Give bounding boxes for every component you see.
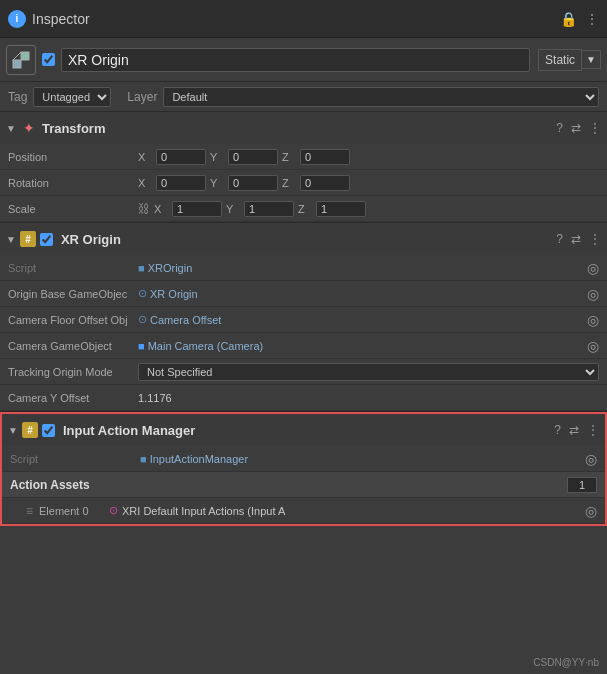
iam-more-icon[interactable]: ⋮ bbox=[587, 423, 599, 437]
transform-actions: ? ⇄ ⋮ bbox=[556, 121, 601, 135]
tracking-mode-label: Tracking Origin Mode bbox=[8, 366, 138, 378]
tag-layer-row: Tag Untagged Layer Default bbox=[0, 82, 607, 112]
camera-floor-row: Camera Floor Offset Obj ⊙ Camera Offset … bbox=[0, 307, 607, 333]
title-actions: 🔒 ⋮ bbox=[560, 11, 599, 27]
svg-rect-1 bbox=[21, 52, 29, 60]
static-button[interactable]: Static bbox=[538, 49, 582, 71]
tag-select[interactable]: Untagged bbox=[33, 87, 111, 107]
element-0-icon: ⊙ bbox=[109, 504, 118, 517]
object-active-checkbox[interactable] bbox=[42, 53, 55, 66]
element-0-row: ≡ Element 0 ⊙ XRI Default Input Actions … bbox=[2, 498, 605, 524]
camera-gameobject-row: Camera GameObject ■ Main Camera (Camera)… bbox=[0, 333, 607, 359]
layer-select[interactable]: Default bbox=[163, 87, 599, 107]
transform-settings-icon[interactable]: ⇄ bbox=[571, 121, 581, 135]
iam-title: Input Action Manager bbox=[63, 423, 554, 438]
input-action-manager-component: ▼ # Input Action Manager ? ⇄ ⋮ Script ■ … bbox=[0, 412, 607, 526]
scale-row: Scale ⛓ X Y Z bbox=[0, 196, 607, 222]
camera-yoffset-value: 1.1176 bbox=[138, 392, 599, 404]
iam-script-icon: ■ bbox=[140, 453, 147, 465]
xrorigin-script-value: XROrigin bbox=[148, 262, 193, 274]
more-icon[interactable]: ⋮ bbox=[585, 11, 599, 27]
iam-checkbox[interactable] bbox=[42, 424, 55, 437]
position-y[interactable] bbox=[228, 149, 278, 165]
script-file-icon: ■ bbox=[138, 262, 145, 274]
position-z[interactable] bbox=[300, 149, 350, 165]
static-dropdown[interactable]: ▼ bbox=[582, 50, 601, 69]
origin-base-target[interactable]: ◎ bbox=[587, 286, 599, 302]
object-name-input[interactable] bbox=[61, 48, 530, 72]
iam-actions: ? ⇄ ⋮ bbox=[554, 423, 599, 437]
tracking-mode-row: Tracking Origin Mode Not Specified bbox=[0, 359, 607, 385]
tracking-mode-select[interactable]: Not Specified bbox=[138, 363, 599, 381]
iam-icon: # bbox=[22, 422, 38, 438]
camera-gameobject-icon: ■ bbox=[138, 340, 145, 352]
transform-header[interactable]: ▼ ✦ Transform ? ⇄ ⋮ bbox=[0, 112, 607, 144]
lock-icon[interactable]: 🔒 bbox=[560, 11, 577, 27]
object-header: Static ▼ bbox=[0, 38, 607, 82]
svg-rect-0 bbox=[13, 60, 21, 68]
iam-settings-icon[interactable]: ⇄ bbox=[569, 423, 579, 437]
object-type-icon bbox=[6, 45, 36, 75]
xr-origin-help-icon[interactable]: ? bbox=[556, 232, 563, 246]
iam-help-icon[interactable]: ? bbox=[554, 423, 561, 437]
element-0-value: ⊙ XRI Default Input Actions (Input A bbox=[109, 504, 585, 517]
camera-yoffset-row: Camera Y Offset 1.1176 bbox=[0, 385, 607, 411]
xr-origin-more-icon[interactable]: ⋮ bbox=[589, 232, 601, 246]
camera-floor-ref: ⊙ Camera Offset bbox=[138, 313, 587, 326]
scale-link-icon: ⛓ bbox=[138, 202, 150, 216]
iam-script-label: Script bbox=[10, 453, 140, 465]
transform-title: Transform bbox=[42, 121, 556, 136]
transform-help-icon[interactable]: ? bbox=[556, 121, 563, 135]
origin-base-label: Origin Base GameObjec bbox=[8, 288, 138, 300]
origin-base-ref: ⊙ XR Origin bbox=[138, 287, 587, 300]
xr-origin-icon: # bbox=[20, 231, 36, 247]
scale-z[interactable] bbox=[316, 201, 366, 217]
layer-label: Layer bbox=[127, 90, 157, 104]
rotation-row: Rotation X Y Z bbox=[0, 170, 607, 196]
xr-origin-collapse-arrow: ▼ bbox=[6, 234, 16, 245]
rotation-label: Rotation bbox=[8, 177, 138, 189]
position-xyz: X Y Z bbox=[138, 149, 599, 165]
element-0-target[interactable]: ◎ bbox=[585, 503, 597, 519]
xr-origin-header[interactable]: ▼ # XR Origin ? ⇄ ⋮ bbox=[0, 223, 607, 255]
camera-floor-target[interactable]: ◎ bbox=[587, 312, 599, 328]
transform-more-icon[interactable]: ⋮ bbox=[589, 121, 601, 135]
scale-xyz: ⛓ X Y Z bbox=[138, 201, 599, 217]
rotation-x[interactable] bbox=[156, 175, 206, 191]
rotation-z[interactable] bbox=[300, 175, 350, 191]
transform-component: ▼ ✦ Transform ? ⇄ ⋮ Position X Y Z Rotat… bbox=[0, 112, 607, 223]
xr-origin-settings-icon[interactable]: ⇄ bbox=[571, 232, 581, 246]
position-label: Position bbox=[8, 151, 138, 163]
xr-origin-checkbox[interactable] bbox=[40, 233, 53, 246]
inspector-title: Inspector bbox=[32, 11, 560, 27]
rotation-xyz: X Y Z bbox=[138, 175, 599, 191]
xr-origin-actions: ? ⇄ ⋮ bbox=[556, 232, 601, 246]
inspector-icon: i bbox=[8, 10, 26, 28]
iam-script-target[interactable]: ◎ bbox=[585, 451, 597, 467]
xrorigin-script-target[interactable]: ◎ bbox=[587, 260, 599, 276]
scale-label: Scale bbox=[8, 203, 138, 215]
camera-floor-icon: ⊙ bbox=[138, 313, 147, 326]
camera-gameobject-label: Camera GameObject bbox=[8, 340, 138, 352]
scale-x[interactable] bbox=[172, 201, 222, 217]
camera-gameobject-ref: ■ Main Camera (Camera) bbox=[138, 340, 587, 352]
element-0-text: XRI Default Input Actions (Input A bbox=[122, 505, 585, 517]
action-assets-count: 1 bbox=[567, 477, 597, 493]
xrorigin-script-label: Script bbox=[8, 262, 138, 274]
static-area: Static ▼ bbox=[538, 49, 601, 71]
iam-script-value: InputActionManager bbox=[150, 453, 248, 465]
rotation-y[interactable] bbox=[228, 175, 278, 191]
collapse-arrow: ▼ bbox=[6, 123, 16, 134]
position-x[interactable] bbox=[156, 149, 206, 165]
camera-floor-label: Camera Floor Offset Obj bbox=[8, 314, 138, 326]
svg-line-2 bbox=[13, 52, 21, 60]
element-drag-handle[interactable]: ≡ bbox=[26, 504, 33, 518]
camera-gameobject-target[interactable]: ◎ bbox=[587, 338, 599, 354]
input-action-manager-header[interactable]: ▼ # Input Action Manager ? ⇄ ⋮ bbox=[2, 414, 605, 446]
scale-y[interactable] bbox=[244, 201, 294, 217]
camera-yoffset-label: Camera Y Offset bbox=[8, 392, 138, 404]
transform-icon: ✦ bbox=[20, 119, 38, 137]
action-assets-row: Action Assets 1 bbox=[2, 472, 605, 498]
iam-script-row: Script ■ InputActionManager ◎ bbox=[2, 446, 605, 472]
xr-origin-title: XR Origin bbox=[61, 232, 556, 247]
